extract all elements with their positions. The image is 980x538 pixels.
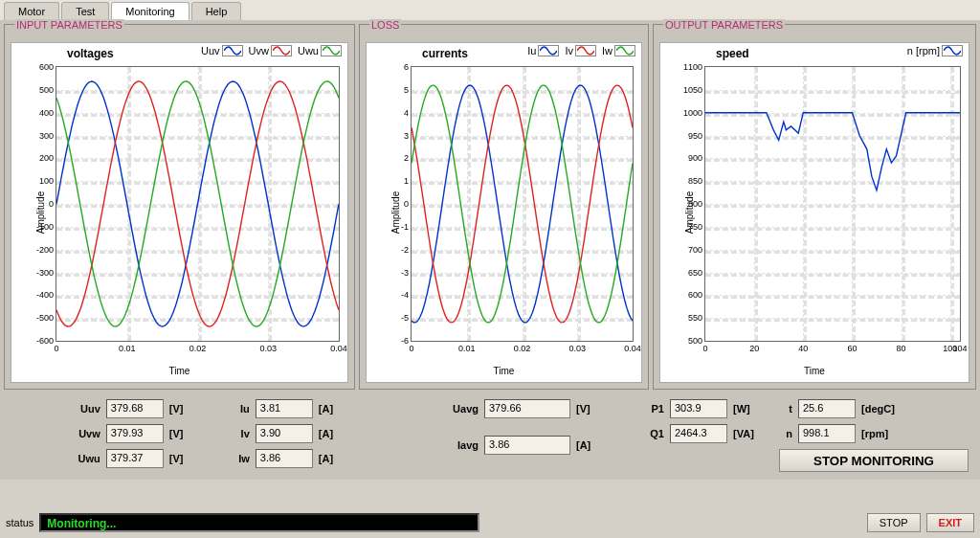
legend-uuv: Uuv: [201, 45, 220, 56]
tick-x: 0.02: [514, 344, 531, 353]
ylabel: Amplitude: [390, 191, 401, 234]
chart-voltages-title: voltages: [67, 47, 114, 60]
tab-help[interactable]: Help: [191, 2, 242, 20]
tick-x: 80: [897, 344, 906, 353]
unit-uavg: [V]: [576, 403, 603, 415]
tick-y: 6: [404, 62, 409, 72]
xlabel: Time: [494, 366, 515, 376]
tick-y: 1000: [683, 108, 702, 118]
tick-y: 0: [49, 199, 54, 209]
tick-x: 0.01: [119, 344, 136, 353]
unit-iv: [A]: [319, 428, 345, 439]
legend-uvw: Uvw: [249, 45, 269, 56]
tick-x: 20: [749, 344, 759, 353]
label-iavg: Iavg: [436, 439, 479, 451]
tick-x: 0.03: [568, 344, 586, 353]
tick-y: -5: [401, 313, 409, 323]
exit-button[interactable]: EXIT: [926, 513, 974, 532]
legend-swatch-blue: [538, 45, 559, 56]
label-uwu: Uwu: [66, 453, 100, 464]
tab-bar: Motor Test Monitoring Help: [0, 0, 980, 20]
tick-y: -500: [36, 313, 54, 323]
tick-y: 700: [688, 245, 702, 255]
label-n: n: [779, 428, 792, 439]
panel-title-loss: LOSS: [369, 19, 401, 31]
stop-monitoring-button[interactable]: STOP MONITORING: [779, 449, 969, 472]
plot-area-voltages: -600-500-400-300-200-1000100200300400500…: [56, 66, 340, 342]
value-iu: 3.81: [256, 399, 313, 418]
chart-currents: currents Iu Iv Iw Amplitude Time -6-5-4-…: [366, 42, 642, 383]
tab-motor[interactable]: Motor: [4, 2, 59, 20]
tick-y: -6: [401, 336, 409, 346]
tick-x: 104: [952, 344, 967, 353]
unit-q1: [VA]: [733, 428, 760, 439]
panel-title-output: OUTPUT PARAMETERS: [663, 19, 785, 31]
tick-x: 0.03: [259, 344, 277, 353]
tick-y: -100: [36, 222, 54, 232]
tick-y: 1: [404, 176, 409, 186]
unit-uuv: [V]: [169, 403, 196, 415]
value-iavg: 3.86: [484, 436, 570, 455]
tick-x: 0.04: [330, 344, 347, 353]
legend-swatch-blue: [222, 45, 243, 56]
value-iv: 3.90: [256, 424, 313, 443]
main-panel: INPUT PARAMETERS voltages Uuv Uvw Uwu Am…: [0, 20, 980, 480]
legend-swatch-red: [271, 45, 292, 56]
unit-n: [rpm]: [861, 428, 902, 439]
label-uavg: Uavg: [436, 403, 479, 415]
tab-monitoring[interactable]: Monitoring: [111, 2, 189, 20]
label-uuv: Uuv: [66, 403, 100, 415]
tick-y: 1050: [683, 85, 702, 95]
value-uavg: 379.66: [484, 399, 570, 418]
tick-x: 0.04: [624, 344, 641, 353]
status-bar: status Monitoring... STOP EXIT: [0, 513, 980, 532]
chart-speed-title: speed: [716, 47, 749, 60]
tick-y: 300: [39, 131, 54, 141]
tick-y: 5: [404, 85, 409, 95]
tick-y: 4: [404, 108, 409, 118]
label-q1: Q1: [641, 428, 664, 439]
xlabel: Time: [169, 366, 190, 376]
label-iw: Iw: [215, 453, 250, 464]
tick-y: 200: [39, 153, 54, 163]
tick-y: -4: [401, 290, 409, 300]
chart-voltages-legend: Uuv Uvw Uwu: [201, 45, 342, 56]
tick-x: 0.01: [458, 344, 476, 353]
legend-iw: Iw: [602, 45, 612, 56]
tick-x: 0.02: [189, 344, 207, 353]
tick-y: 600: [688, 290, 702, 300]
readouts: Uuv379.68[V] Uvw379.93[V] Uwu379.37[V] I…: [4, 390, 976, 476]
panel-loss: LOSS currents Iu Iv Iw Amplitude Time -6…: [359, 24, 649, 390]
tick-y: -200: [36, 245, 54, 255]
tick-y: 400: [39, 108, 54, 118]
tick-y: -600: [36, 336, 54, 346]
tick-y: 100: [39, 176, 54, 186]
tick-y: 950: [688, 131, 702, 141]
chart-voltages: voltages Uuv Uvw Uwu Amplitude Time -600…: [11, 42, 348, 383]
tick-y: -300: [36, 268, 54, 278]
label-iv: Iv: [215, 428, 250, 439]
tick-x: 0: [702, 344, 707, 353]
value-q1: 2464.3: [670, 424, 727, 443]
tick-y: 500: [688, 336, 702, 346]
tab-test[interactable]: Test: [61, 2, 109, 20]
legend-uwu: Uwu: [298, 45, 319, 56]
tick-x: 40: [798, 344, 808, 353]
chart-currents-title: currents: [422, 47, 468, 60]
unit-iavg: [A]: [576, 439, 603, 451]
value-n: 998.1: [798, 424, 856, 443]
tick-y: 850: [688, 176, 702, 186]
unit-t: [degC]: [861, 403, 902, 415]
panel-input-parameters: INPUT PARAMETERS voltages Uuv Uvw Uwu Am…: [4, 24, 355, 390]
chart-speed-legend: n [rpm]: [907, 45, 963, 56]
stop-button[interactable]: STOP: [867, 513, 921, 532]
plot-area-speed: 5005506006507007508008509009501000105011…: [704, 66, 961, 342]
tick-y: 800: [688, 199, 702, 209]
legend-swatch-blue: [942, 45, 963, 56]
tick-y: -3: [401, 268, 409, 278]
legend-swatch-green: [614, 45, 635, 56]
status-value: Monitoring...: [39, 513, 479, 532]
tick-x: 60: [847, 344, 857, 353]
xlabel: Time: [804, 366, 825, 376]
tick-y: 550: [688, 313, 702, 323]
